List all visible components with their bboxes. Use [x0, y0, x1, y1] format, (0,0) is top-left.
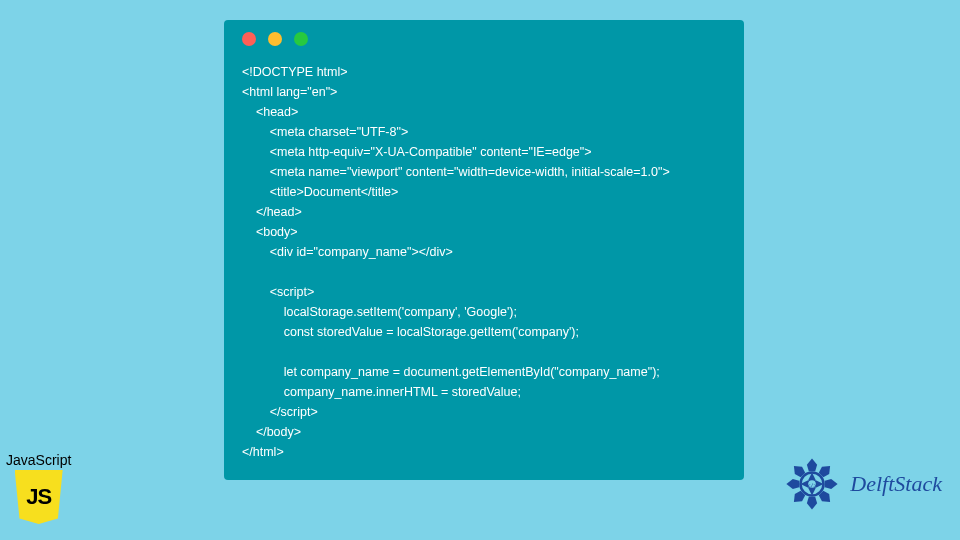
- javascript-label: JavaScript: [6, 452, 71, 468]
- code-window: <!DOCTYPE html> <html lang="en"> <head> …: [224, 20, 744, 480]
- svg-text:</>: </>: [808, 482, 817, 488]
- code-block: <!DOCTYPE html> <html lang="en"> <head> …: [242, 62, 726, 462]
- close-icon: [242, 32, 256, 46]
- delftstack-text: DelftStack: [850, 471, 942, 497]
- minimize-icon: [268, 32, 282, 46]
- javascript-shield-text: JS: [26, 484, 51, 510]
- javascript-badge: JavaScript JS: [6, 452, 71, 524]
- traffic-lights: [242, 32, 726, 46]
- javascript-shield-icon: JS: [15, 470, 63, 524]
- delftstack-emblem-icon: </>: [780, 452, 844, 516]
- delftstack-logo: </> DelftStack: [780, 452, 942, 516]
- maximize-icon: [294, 32, 308, 46]
